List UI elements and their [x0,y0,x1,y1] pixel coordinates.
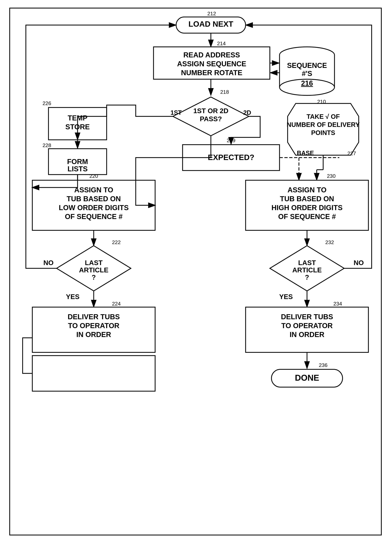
node-assign-low-label4: OF SEQUENCE # [65,213,123,220]
node-assign-high-label2: TUB BASED ON [280,195,334,203]
node-form-lists-label2: LISTS [67,165,88,173]
node-expected-label: EXPECTED? [208,153,254,162]
node-sqrt-label2: NUMBER OF DELIVERY [287,121,360,128]
label-218: 218 [220,89,229,95]
node-last1-label2: ARTICLE [79,266,108,274]
node-last2-label3: ? [305,274,309,281]
node-assign-high-label1: ASSIGN TO [288,186,326,194]
node-done-label: DONE [295,373,319,382]
node-assign-low-label3: LOW ORDER DIGITS [59,204,129,212]
label-yes-2: YES [279,293,293,301]
node-read-address-label2: ASSIGN SEQUENCE [177,60,246,68]
node-load-next-label: LOAD NEXT [188,20,233,28]
label-224: 224 [112,301,121,307]
node-pass-label1: 1ST OR 2D [193,107,228,114]
label-226: 226 [42,100,51,106]
node-deliver1-label3: IN ORDER [76,331,111,338]
node-last2-label1: LAST [298,259,316,266]
node-assign-high-label4: OF SEQUENCE # [278,213,336,220]
label-yes-1: YES [66,293,79,301]
node-assign-low-label1: ASSIGN TO [74,186,113,194]
label-230: 230 [327,173,335,179]
node-deliver1-extra [32,356,155,391]
node-form-lists-label1: FORM [67,158,88,166]
node-last2-label2: ARTICLE [292,266,322,274]
node-read-address-label1: READ ADDRESS [183,51,240,59]
flowchart-diagram: 212 LOAD NEXT 214 READ ADDRESS ASSIGN SE… [0,0,392,541]
node-sqrt-label3: POINTS [311,129,335,136]
node-deliver2-label3: IN ORDER [289,331,324,338]
node-last1-label3: ? [92,274,96,281]
label-no-2: NO [354,259,364,266]
label-no-1: NO [43,259,54,266]
label-236: 236 [319,362,327,368]
node-deliver1-label2: TO OPERATOR [68,322,119,330]
label-214: 214 [217,41,226,46]
node-deliver1-label1: DELIVER TUBS [68,313,120,321]
node-sequence-label2: #'S [302,69,312,78]
node-sequence-label3: 216 [301,79,313,87]
label-2d: 2D [243,109,251,116]
node-last1-label1: LAST [85,259,103,266]
node-assign-high-label3: HIGH ORDER DIGITS [271,204,343,212]
label-227: 227 [347,151,356,156]
label-232: 232 [325,239,334,245]
node-sequence-label1: SEQUENCE [287,61,327,69]
node-pass-label2: PASS? [200,115,222,123]
label-220: 220 [89,173,98,179]
node-read-address-label3: NUMBER ROTATE [181,69,242,77]
label-222: 222 [112,239,121,245]
node-sqrt-label1: TAKE √ OF [307,113,340,120]
node-assign-low-label2: TUB BASED ON [67,195,121,203]
label-212: 212 [207,11,216,16]
label-228: 228 [42,142,51,148]
node-deliver2-label1: DELIVER TUBS [281,313,333,321]
label-1st: 1ST [170,109,182,116]
label-234: 234 [333,301,342,307]
node-deliver2-label2: TO OPERATOR [281,322,333,330]
label-base: BASE [297,150,314,156]
